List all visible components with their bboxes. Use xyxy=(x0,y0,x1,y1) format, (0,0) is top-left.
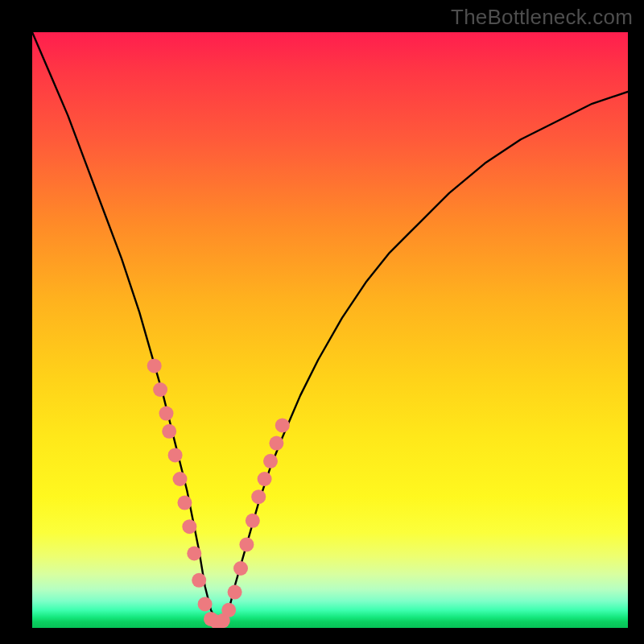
highlight-dot xyxy=(168,448,183,462)
highlight-dot xyxy=(162,424,176,439)
highlight-dot xyxy=(239,537,254,551)
highlight-dot xyxy=(173,472,188,486)
highlight-dot xyxy=(153,382,167,397)
highlight-dot xyxy=(177,496,192,510)
highlight-dot xyxy=(147,358,162,373)
chart-frame: TheBottleneck.com xyxy=(0,0,644,644)
plot-area xyxy=(32,32,628,628)
highlight-dots-group xyxy=(147,358,290,628)
highlight-dot xyxy=(275,418,290,432)
chart-svg xyxy=(32,32,628,628)
highlight-dot xyxy=(182,519,196,534)
watermark-text: TheBottleneck.com xyxy=(451,5,633,30)
highlight-dot xyxy=(263,454,278,469)
highlight-dot xyxy=(246,514,260,528)
highlight-dot xyxy=(198,597,213,611)
highlight-dot xyxy=(187,547,201,561)
bottleneck-curve xyxy=(32,32,628,622)
highlight-dot xyxy=(192,573,206,588)
highlight-dot xyxy=(159,407,174,421)
highlight-dot xyxy=(228,585,242,600)
highlight-dot xyxy=(269,436,283,451)
highlight-dot xyxy=(221,603,236,617)
highlight-dot xyxy=(251,489,266,504)
highlight-dot xyxy=(258,472,272,486)
highlight-dot xyxy=(233,561,248,576)
